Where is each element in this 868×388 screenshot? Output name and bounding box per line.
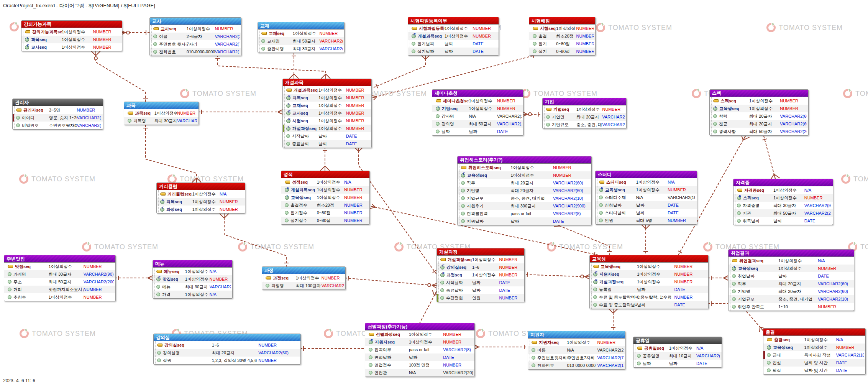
entity-title[interactable]: 교재 [258,22,344,30]
column-row[interactable]: 날짜날짜DATE [633,360,722,367]
column-row[interactable]: 기업seq1이상의정수NUMBER [432,105,523,112]
entity-matjip[interactable]: 주변맛집맛집seq1이상의정수NUMBER가게명최대 30글자VARCHAR2(… [4,255,116,301]
column-row[interactable]: 면접점수100점 만점NUMBER [365,361,474,369]
entity-chwieop-gyeolgwa[interactable]: 취업결과취업결과seq1이상의정수N/A교육생seq1이상의정수NUMBER취업… [728,249,854,311]
entity-title[interactable]: 세미나초청 [432,90,523,97]
relationship-메뉴-주변맛집[interactable] [115,276,153,280]
column-row[interactable]: 개설과목seq1이상의정수NUMBER [281,186,369,194]
column-row[interactable]: 맛집seq1이상의정수NUMBER [4,263,115,270]
entity-sihum-baejeom[interactable]: 시험배점시험seq1이상의정수NUMBER출결최소20점NUMBER필기0~80… [529,17,596,56]
column-row[interactable]: 스펙seq1이상의정수NUMBER [733,194,833,202]
column-row[interactable]: 공휴일명최대 10글자VARCHAR2(30) [633,352,722,360]
column-row[interactable]: 성적seq1이상의정수N/A [281,178,369,186]
column-row[interactable]: 기업명최대 20글자VARCHAR2(60) [729,288,854,295]
column-row[interactable]: 교육생seq1이상의정수NUMBER [458,171,591,179]
column-row[interactable]: 지원자seq1이상의정수NUMBER [365,338,474,346]
column-row[interactable]: 취업결과seq1이상의정수N/A [729,257,854,265]
column-row[interactable]: 전화번호010-0000-0000VARCHAR2(13) [528,362,625,369]
column-row[interactable]: 과정seq1이상의정수NUMBER [157,206,245,213]
entity-chulgyeol[interactable]: 출결출결seq1이상의정수N/A교육생seq1이상의정수NUMBER근태특이사항… [763,328,866,375]
column-row[interactable]: 지원후기최대 300글자VARCHAR2(900) [458,202,591,210]
entity-seonbal-gwajeong[interactable]: 선발과정(추가기능)선별과정seq1이상의정수NUMBER지원자seq1이상의정… [365,323,475,377]
relationship-스터디-교육생[interactable] [641,224,650,255]
column-row[interactable]: 지원자seq1이상의정수NUMBER [528,339,625,346]
relationship-성적-개설과목[interactable] [320,147,330,171]
relationship-개설과정-과정[interactable] [345,276,437,288]
entity-title[interactable]: 과정 [262,267,345,274]
column-row[interactable]: 자격증명최대 30글자VARCHAR2(90) [733,202,833,209]
column-row[interactable]: 주민번호 뒷자리7자리VARCHAR2(7) [150,40,241,48]
column-row[interactable]: 과목seq1이상의정수NUMBER [21,36,122,43]
column-row[interactable]: 과정seq1이상의정수NUMBER [262,274,345,282]
column-row[interactable]: 필기점수0~80점NUMBER [281,209,369,217]
entity-title[interactable]: 강의실 [154,334,300,341]
column-row[interactable]: 개설과목seq1이상의정수NUMBER [283,86,371,94]
entity-title[interactable]: 시험배점 [529,17,595,25]
entity-title[interactable]: 지원자 [528,331,625,339]
column-row[interactable]: 출결seq1이상의정수N/A [763,336,865,344]
entity-title[interactable]: 커리큘럼 [157,183,245,190]
entity-title[interactable]: 메뉴 [153,260,232,268]
entity-seminar[interactable]: 세미나초청세미나초청seq1이상의정수NUMBER기업seq1이상의정수NUMB… [432,89,523,136]
entity-jagyeokjeung[interactable]: 자격증자격증seq1이상의정수N/A스펙seq1이상의정수NUMBER자격증명최… [733,179,833,225]
entity-title[interactable]: 취업히스토리(추가?) [458,156,591,164]
column-row[interactable]: 등록일날짜DATE [590,286,708,293]
entity-title[interactable]: 개설과목 [283,79,371,86]
entity-title[interactable]: 관리자 [13,99,103,106]
entity-title[interactable]: 시험파일등록여부 [408,17,499,25]
column-row[interactable]: 교사seq1이상의정수NUMBER [21,43,122,51]
column-row[interactable]: 강의실seq1~6NUMBER [437,263,524,271]
column-row[interactable]: 근태특이사항 작성VARCHAR2(10) [763,351,865,359]
entity-gangui-ganeung-gwamok[interactable]: 강의가능과목강의가능과목seq1이상의정수NUMBER과목seq1이상의정수NU… [21,20,122,51]
entity-title[interactable]: 공휴일 [633,337,722,344]
column-row[interactable]: 시험파일등록여부seq1이상의정수NUMBER [408,25,499,32]
column-row[interactable]: 합격불합격pass or failVARCHAR2(8) [458,210,591,217]
column-row[interactable]: 주소최대 50글자VARCHAR2(200) [4,278,115,286]
column-row[interactable]: 시작날짜날짜DATE [437,279,524,286]
relationship-취업결과-교육생[interactable] [708,276,728,280]
entity-curriculum[interactable]: 커리큘럼커리큘럼seq1이상의정수N/A과목seq1이상의정수NUMBER과정s… [156,182,245,214]
column-row[interactable]: 강의실명최대 20글자VARCHAR2(60) [154,349,300,357]
column-row[interactable]: 취업후 만족도1~10NUMBER [729,303,854,311]
entity-study[interactable]: 스터디스터디seq1이상의정수N/A교육생seq1이상의정수NUMBER스터디주… [595,171,697,225]
relationship-커리큘럼-과목[interactable] [143,125,201,182]
column-row[interactable]: 기업규모중소, 중견, 대기업VARCHAR2(10) [458,194,591,202]
column-row[interactable]: 인원최대 5명NUMBER [596,217,697,224]
column-row[interactable]: 경력사항최대 50글자VARCHAR2(200) [710,128,808,135]
entity-gyojae[interactable]: 교재교재seq1이상의정수NUMBER교재명최대 50글자VARCHAR2(15… [258,22,345,53]
column-row[interactable]: 취업히스토리seq1이상의정수NUMBER [458,164,591,171]
column-row[interactable]: 스터디날짜날짜DATE [596,209,697,217]
relationship-교육생-지원자[interactable] [609,309,618,331]
relationship-자격증-스펙[interactable] [763,136,780,179]
column-row[interactable]: 신청날짜날짜DATE [596,201,697,209]
column-row[interactable]: 강의가능과목seq1이상의정수NUMBER [21,28,122,36]
column-row[interactable]: 기업명최대 20글자VARCHAR2(60) [458,187,591,194]
column-row[interactable]: 직무최대 20글자VARCHAR2(60) [729,280,854,288]
column-row[interactable]: 출결점수최소20점NUMBER [281,201,369,209]
column-row[interactable]: 기업명최대 20글자VARCHAR2(60) [543,113,626,121]
entity-title[interactable]: 선발과정(추가기능) [365,323,474,330]
relationship-세미나초청-기업[interactable] [523,112,542,117]
column-row[interactable]: 교사seq1이상의정수NUMBER [283,109,371,117]
entity-sihum-file[interactable]: 시험파일등록여부시험파일등록여부seq1이상의정수NUMBER개설과목seq1이… [408,17,499,56]
column-row[interactable]: 면접날짜날짜DATE [365,353,474,361]
entity-spec[interactable]: 스펙스펙seq1이상의정수NUMBER교육생seq1이상의정수NUMBER학력최… [709,89,809,136]
column-row[interactable]: 출판사명최대 30글자VARCHAR2(90) [258,45,344,53]
column-row[interactable]: 추천수1이상의정수NUMBER [4,293,115,301]
column-row[interactable]: 기업규모중소, 중견, 대기업VARCHAR2(10) [543,121,626,128]
column-row[interactable]: 실기0~80점NUMBER [529,48,595,55]
relationship-개설과목-과목[interactable] [198,110,282,114]
column-row[interactable]: 선별과정seq1이상의정수NUMBER [365,330,474,338]
entity-title[interactable]: 자격증 [733,179,833,186]
column-row[interactable]: 기업규모중소, 중견, 대기업VARCHAR2(10) [729,295,854,303]
relationship-강의가능과목-교사[interactable] [121,30,149,35]
column-row[interactable]: 지원자seq1이상의정수NUMBER [590,270,708,278]
column-row[interactable]: 수강정원인원NUMBER [437,294,524,302]
column-row[interactable]: 강의명최대 50글자VARCHAR2(200) [432,120,523,128]
column-row[interactable]: 주민번호뒷자리주민번호7자리VARCHAR2(7) [528,354,625,362]
entity-title[interactable]: 성적 [281,171,369,178]
relationship-선발과정-지원자[interactable] [474,345,528,349]
column-row[interactable]: 수료 및 중도탈락여부0:중도탈락, 1:수료NUMBER [590,293,708,301]
entity-gaeseol-gwamok[interactable]: 개설과목개설과목seq1이상의정수NUMBER과목seq1이상의정수NUMBER… [282,79,372,148]
entity-gyosa[interactable]: 교사교사seq1이상의정수NUMBER이름2~6글자VARCHAR2(20)주민… [149,17,241,56]
